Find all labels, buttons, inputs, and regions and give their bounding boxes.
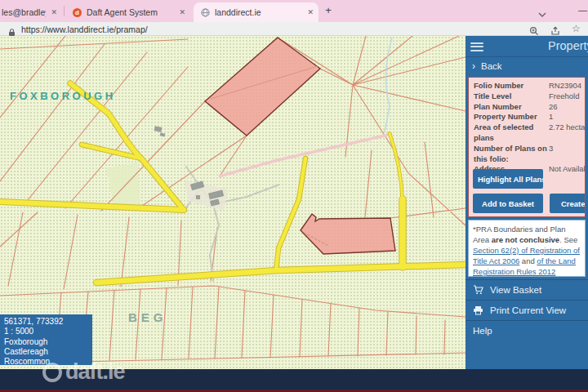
detail-row: Property Number1 [474,112,585,122]
stream-line [385,38,392,132]
print-current-view-item[interactable]: Print Current View [466,300,588,320]
tab-search-chevron-icon[interactable] [537,7,547,21]
map-county: Roscommon [4,357,92,367]
screen: les@bradleyhomes.i ✕ d Daft Agent System… [0,0,588,392]
view-basket-item[interactable]: View Basket [466,279,588,300]
browser-tab-strip: les@bradleyhomes.i ✕ d Daft Agent System… [0,0,588,22]
land-registry-map[interactable]: FOXBOROUGH BEG 561371, 773392 1 : 5000 F… [0,36,466,369]
globe-favicon [201,8,210,17]
url-bar: https://www.landdirect.ie/pramap/ ☆ [0,22,588,36]
view-basket-label: View Basket [490,285,541,295]
note-text: . See [559,235,577,244]
highlighted-parcel-lower[interactable] [301,214,395,254]
menu-hamburger-icon[interactable] [470,40,483,53]
pra-boundaries-note: *PRA Boundaries and Plan Area are not co… [468,220,586,277]
printer-icon [473,305,483,315]
property-sidebar: Property ›Back Folio NumberRN23904 Title… [466,36,588,369]
detail-row: Number of Plans on this folio:3 [474,144,585,165]
back-chevron-icon: › [472,60,475,72]
map-scale: 1 : 5000 [4,327,92,336]
map-townland: Foxborough [4,337,92,347]
detail-label: Title Level [474,91,549,102]
detail-value: 2.72 hectares [549,122,585,144]
create-button[interactable]: Create [550,194,586,213]
add-to-basket-button[interactable]: Add to Basket [473,194,543,213]
detail-value: 1 [549,112,585,122]
tab-title: landdirect.ie [215,7,261,17]
green-tinted-parcel [106,163,140,209]
back-button[interactable]: ›Back [466,56,588,76]
tab-bradleyhomes[interactable]: les@bradleyhomes.i ✕ [0,2,62,22]
help-label: Help [473,326,492,336]
detail-label: Plan Number [474,102,549,113]
close-tab-icon[interactable]: ✕ [302,8,318,16]
help-item[interactable]: Help [466,320,588,340]
address-input[interactable]: https://www.landdirect.ie/pramap/ [21,24,148,34]
tab-daft-agent-system[interactable]: d Daft Agent System ✕ [65,2,190,22]
highlight-all-plans-button[interactable]: Highlight All Plans [473,169,543,189]
detail-value: Freehold [549,91,585,102]
windows-taskbar: X W [0,369,588,390]
note-text: and [519,256,537,265]
bookmark-star-icon[interactable]: ☆ [572,23,581,34]
detail-value: Not Available [549,164,585,175]
highlighted-parcel-upper[interactable] [205,38,320,136]
detail-label: Number of Plans on this folio: [474,144,549,165]
basket-cart-icon [473,285,483,295]
detail-row: Folio NumberRN23904 [474,81,585,91]
detail-row: Plan Number26 [474,102,585,113]
tab-title: Daft Agent System [87,7,158,17]
townland-label-beg: BEG [128,310,167,324]
tab-separator [64,6,65,16]
map-coordinates: 561371, 773392 [4,317,92,327]
detail-label: Property Number [474,112,549,122]
tab-landdirect[interactable]: landdirect.ie ✕ [194,2,318,22]
daft-favicon: d [73,8,82,17]
property-details-panel: Folio NumberRN23904 Title LevelFreehold … [468,77,586,217]
close-tab-icon[interactable]: ✕ [174,8,190,16]
buildings [154,126,229,211]
detail-value: 26 [549,102,585,113]
back-label: Back [481,61,502,71]
print-current-view-label: Print Current View [490,305,566,315]
sidebar-title: Property [548,39,588,52]
detail-row: Area of selected plans2.72 hectares [474,122,585,144]
close-tab-icon[interactable]: ✕ [46,8,62,16]
new-tab-button[interactable]: + [322,4,335,17]
minimize-button[interactable]: — [578,5,587,15]
detail-value: 3 [549,144,585,165]
detail-row: Title LevelFreehold [474,91,585,102]
note-text-bold: are not conclusive [492,235,559,244]
map-barony: Castlereagh [4,347,92,357]
map-info-box: 561371, 773392 1 : 5000 Foxborough Castl… [0,314,92,365]
sidebar-header: Property [466,36,588,56]
detail-label: Area of selected plans [474,122,549,144]
detail-label: Folio Number [474,81,549,91]
detail-value: RN23904 [549,81,585,91]
tab-title: les@bradleyhomes.i [0,7,46,17]
townland-label-foxborough: FOXBOROUGH [10,90,116,102]
